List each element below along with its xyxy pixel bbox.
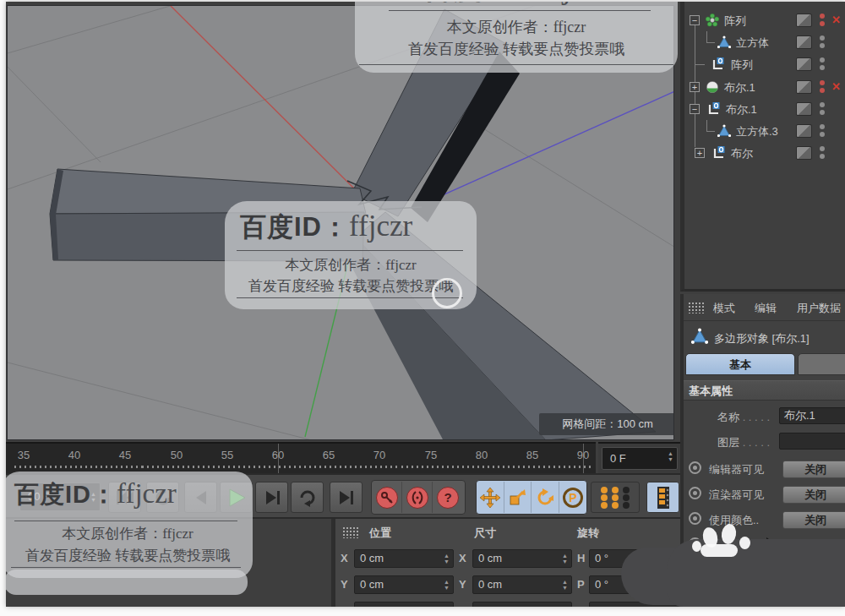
object-row[interactable]: + 布尔.1 ✕	[684, 76, 845, 98]
tab-basic[interactable]: 基本	[685, 353, 795, 375]
next-frame-button[interactable]	[255, 482, 288, 513]
radio-icon[interactable]	[689, 487, 701, 499]
coord-input[interactable]: 0 cm▲▼	[354, 575, 454, 594]
ruler-tick: 35	[13, 449, 35, 461]
spinner-icon[interactable]: ▲▼	[443, 579, 450, 591]
radio-icon[interactable]	[689, 512, 701, 525]
coord-input[interactable]: 0 cm▲▼	[354, 602, 454, 607]
use-color-dropdown[interactable]: 关闭	[782, 511, 845, 529]
spinner-icon[interactable]: ▲▼	[561, 605, 569, 607]
record-parameter-toggle[interactable]: P	[559, 482, 586, 513]
current-frame-input[interactable]: 0 F ▲▼	[602, 447, 678, 470]
coord-input[interactable]: 0 cm▲▼	[354, 549, 454, 568]
loop-button[interactable]	[291, 482, 324, 513]
axis-label: P	[577, 578, 585, 591]
ruler-tick: 45	[114, 449, 136, 461]
object-row[interactable]: 立方体.3	[684, 120, 845, 142]
watermark-author: 本文原创作者：ffjczr	[225, 255, 477, 275]
point-level-animation-button[interactable]	[591, 482, 640, 513]
expander-minus-icon[interactable]: −	[690, 104, 700, 114]
object-label[interactable]: 布尔	[731, 146, 753, 161]
layer-input[interactable]	[779, 433, 845, 450]
object-row[interactable]: 阵列	[684, 53, 845, 75]
loop-icon	[298, 488, 317, 507]
layer-swatch[interactable]	[796, 57, 812, 71]
coord-input[interactable]: 0 cm▲▼	[472, 575, 572, 594]
record-button-group: ?	[371, 480, 466, 515]
coord-value: 0 cm	[478, 578, 502, 591]
keyframe-selection-button[interactable]: ?	[433, 482, 463, 513]
ruler-tick: 50	[166, 449, 188, 461]
leader-dots: . . . . .	[743, 411, 771, 423]
layer-swatch[interactable]	[796, 35, 812, 49]
preview-range-marker	[278, 444, 279, 475]
rotate-icon	[536, 488, 554, 507]
object-label[interactable]: 阵列	[724, 14, 746, 29]
object-label[interactable]: 阵列	[731, 57, 753, 73]
record-scale-toggle[interactable]	[504, 482, 532, 513]
layer-swatch[interactable]	[796, 124, 812, 138]
menu-user-data[interactable]: 用户数据	[797, 301, 841, 316]
filmstrip-icon	[655, 487, 672, 509]
disable-x-icon[interactable]: ✕	[831, 80, 841, 93]
layer-swatch[interactable]	[796, 14, 812, 27]
expander-plus-icon[interactable]: +	[695, 148, 705, 158]
object-row[interactable]: + 布尔	[684, 142, 845, 164]
record-keyframe-button[interactable]	[372, 482, 402, 513]
watermark-id-value: ffjczr	[542, 2, 609, 5]
scale-icon	[508, 488, 526, 507]
coord-header-rotation: 旋转	[577, 526, 599, 541]
spinner-icon[interactable]: ▲▼	[443, 605, 450, 607]
editor-visibility-dropdown[interactable]: 关闭	[782, 461, 845, 478]
layer-swatch[interactable]	[796, 80, 812, 94]
layer-swatch[interactable]	[796, 146, 812, 160]
paw-watermark	[739, 537, 750, 549]
object-row[interactable]: 立方体	[684, 31, 845, 53]
timeline-window-button[interactable]	[646, 482, 679, 513]
axis-label: Y	[459, 578, 466, 591]
record-rotation-toggle[interactable]	[532, 482, 559, 513]
axis-label: X	[341, 552, 348, 564]
watermark-author: 本文原创作者：ffjczr	[6, 524, 253, 543]
panel-handle-icon[interactable]	[688, 302, 705, 313]
watermark-id-label: 百度ID：	[14, 481, 117, 508]
menu-mode[interactable]: 模式	[713, 301, 735, 316]
editor-visibility-label: 编辑器可见	[709, 462, 764, 477]
coord-input[interactable]: 0 cm▲▼	[472, 602, 572, 607]
disable-x-icon[interactable]: ✕	[831, 14, 841, 26]
object-label[interactable]: 布尔.1	[724, 80, 755, 95]
expander-plus-icon[interactable]: +	[690, 82, 700, 92]
layer-swatch[interactable]	[796, 102, 812, 116]
autokey-button[interactable]	[402, 482, 433, 513]
polygon-object-icon	[691, 328, 708, 345]
spinner-icon[interactable]: ▲▼	[443, 553, 450, 564]
leader-dots: . . . . .	[743, 436, 771, 449]
attribute-menu-bar: 模式 编辑 用户数据	[684, 294, 845, 321]
layer-label-text: 图层	[717, 436, 739, 449]
object-row[interactable]: − 阵列 ✕	[684, 9, 845, 31]
polygon-icon	[717, 35, 731, 49]
object-row[interactable]: − 布尔.1	[684, 98, 845, 120]
parameter-icon: P	[563, 488, 583, 508]
spinner-icon[interactable]: ▲▼	[667, 450, 674, 462]
object-label[interactable]: 立方体.3	[736, 124, 778, 139]
record-position-toggle[interactable]	[477, 482, 504, 513]
tab-coordinates[interactable]	[798, 353, 845, 375]
coord-input[interactable]: 0 cm▲▼	[472, 549, 572, 568]
watermark-id-label: 百度ID：	[423, 2, 542, 4]
expander-minus-icon[interactable]: −	[690, 15, 700, 25]
object-label[interactable]: 立方体	[736, 35, 769, 51]
timeline-ruler[interactable]: 35 40 45 50 55 60 65 70 75 80 85 90	[6, 442, 596, 473]
next-frame-icon	[263, 489, 281, 506]
array-icon	[706, 14, 719, 27]
renderer-visibility-dropdown[interactable]: 关闭	[782, 486, 845, 504]
spinner-icon[interactable]: ▲▼	[561, 553, 569, 564]
radio-icon[interactable]	[689, 461, 701, 474]
menu-edit[interactable]: 编辑	[755, 301, 777, 316]
panel-handle-icon[interactable]	[342, 526, 359, 538]
object-label[interactable]: 布尔.1	[726, 102, 757, 117]
name-label: 名称 . . . . .	[717, 410, 770, 425]
goto-end-button[interactable]	[330, 482, 363, 513]
spinner-icon[interactable]: ▲▼	[561, 579, 569, 591]
name-input[interactable]: 布尔.1	[779, 407, 845, 424]
